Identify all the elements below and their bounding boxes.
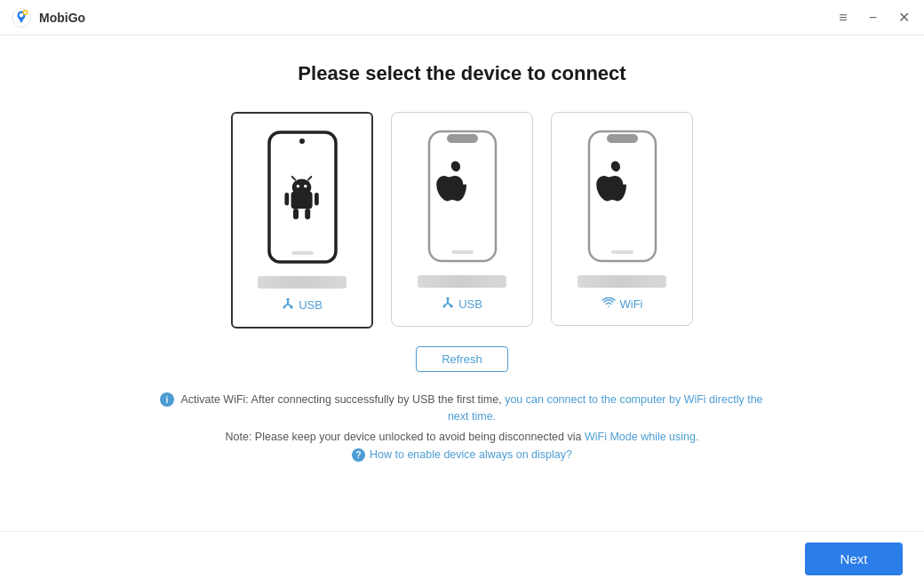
svg-rect-28 [447,134,478,143]
page-title: Please select the device to connect [298,62,625,85]
app-title: MobiGo [39,11,85,25]
activate-wifi-prefix: Activate WiFi: After connecting successf… [180,393,505,406]
connection-type-android: USB [282,297,323,313]
window-controls: ≡ − ✕ [835,9,913,27]
svg-rect-32 [447,297,450,300]
svg-rect-20 [287,298,290,301]
main-content: Please select the device to connect [0,36,924,531]
usb-icon-android [282,297,294,313]
phone-illustration-ios-wifi [582,127,662,265]
svg-point-12 [304,185,307,188]
info-section: i Activate WiFi: After connecting succes… [160,392,764,462]
svg-point-36 [443,305,446,308]
svg-rect-33 [447,300,449,304]
wifi-icon-ios [601,297,616,311]
device-card-ios-usb[interactable]: USB [391,112,533,327]
close-button[interactable]: ✕ [895,9,913,27]
svg-rect-19 [291,251,314,255]
device-cards-container: USB [231,112,693,329]
svg-point-3 [20,12,24,17]
app-branding: MobiGo [11,7,85,28]
app-logo-icon [11,7,32,28]
activate-wifi-text: Activate WiFi: After connecting successf… [179,392,764,425]
connection-label-android: USB [299,298,323,312]
note-text: Note: Please keep your device unlocked t… [160,431,764,443]
titlebar: MobiGo ≡ − ✕ [0,0,924,36]
device-name-ios-usb [418,275,506,288]
svg-line-22 [284,305,288,307]
help-icon: ? [352,448,365,462]
device-name-ios-wifi [578,275,666,288]
connection-type-ios-usb: USB [442,297,482,312]
device-name-android [258,276,346,289]
menu-button[interactable]: ≡ [835,9,850,27]
svg-point-24 [283,306,286,309]
connection-label-ios-usb: USB [458,297,482,311]
next-button[interactable]: Next [805,542,903,575]
connection-label-ios-wifi: WiFi [620,297,643,311]
usb-icon-ios [442,297,454,312]
help-link-text: How to enable device always on display? [370,448,572,461]
svg-point-7 [299,139,305,144]
bottom-bar: Next [0,531,924,586]
device-card-ios-wifi[interactable]: WiFi [551,112,693,326]
activate-wifi-row: i Activate WiFi: After connecting succes… [160,392,764,425]
svg-rect-17 [293,209,299,219]
svg-rect-18 [305,209,310,219]
phone-illustration-ios-usb [422,127,502,265]
svg-rect-38 [450,305,453,307]
svg-rect-21 [287,301,289,305]
info-icon: i [160,392,174,407]
svg-rect-15 [284,193,289,205]
svg-point-11 [296,185,299,188]
svg-rect-26 [291,306,293,308]
minimize-button[interactable]: − [865,9,880,27]
svg-line-34 [444,304,448,306]
svg-rect-31 [451,250,474,254]
svg-point-5 [24,11,27,13]
refresh-button[interactable]: Refresh [416,346,508,372]
svg-rect-40 [607,134,638,143]
phone-illustration-android [262,128,342,265]
svg-rect-16 [315,193,319,205]
svg-point-10 [291,178,311,195]
svg-rect-43 [611,250,633,254]
note-highlight: WiFi Mode while using. [585,431,699,443]
connection-type-ios-wifi: WiFi [601,297,643,311]
device-card-android-usb[interactable]: USB [231,112,373,329]
help-link[interactable]: ? How to enable device always on display… [160,448,764,462]
